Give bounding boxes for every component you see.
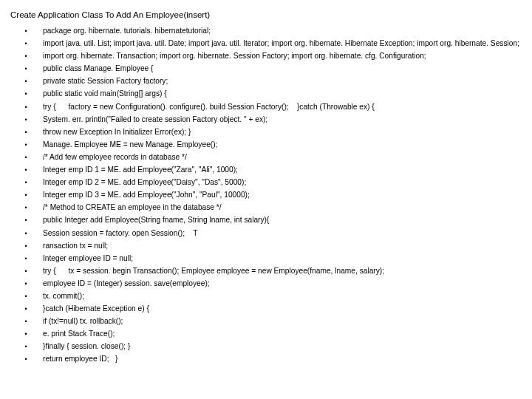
code-line: public Integer add Employee(String fname… xyxy=(43,214,523,226)
code-line: private static Session Factory factory; xyxy=(43,75,523,87)
list-item: • e. print Stack Trace(); xyxy=(9,328,523,341)
code-line: employee ID = (Integer) session. save(em… xyxy=(43,278,523,290)
code-line: /* Add few employee records in database … xyxy=(43,151,523,163)
code-line: if (tx!=null) tx. rollback(); xyxy=(43,316,523,327)
code-line: /* Method to CREATE an employee in the d… xyxy=(43,202,523,214)
code-line: public static void main(String[] args) { xyxy=(43,88,523,100)
bullet-icon: • xyxy=(9,88,43,100)
list-item: •Integer emp ID 1 = ME. add Employee("Za… xyxy=(9,164,523,177)
list-item: •/* Method to CREATE an employee in the … xyxy=(9,202,523,214)
bullet-icon: • xyxy=(9,63,43,75)
code-line: import org. hibernate. Transaction; impo… xyxy=(43,50,523,62)
code-line: package org. hibernate. tutorials. hiber… xyxy=(43,25,523,37)
bullet-icon: • xyxy=(9,38,43,50)
list-item: •public Integer add Employee(String fnam… xyxy=(9,214,523,227)
list-item: •System. err. println("Failed to create … xyxy=(9,114,523,126)
list-item: •throw new Exception In Initializer Erro… xyxy=(9,126,523,139)
code-line: Session session = factory. open Session(… xyxy=(43,228,523,239)
list-item: •public static void main(String[] args) … xyxy=(9,88,523,100)
bullet-icon: • xyxy=(9,316,43,328)
code-line: Manage. Employee ME = new Manage. Employ… xyxy=(43,139,523,151)
list-item: •tx. commit(); xyxy=(9,290,523,303)
list-item: •try { factory = new Configuration(). co… xyxy=(9,101,523,114)
list-item: •import java. util. List; import java. u… xyxy=(9,38,523,50)
bullet-icon: • xyxy=(9,303,43,316)
list-item: •public class Manage. Employee { xyxy=(9,63,523,75)
list-item: •Integer employee ID = null; xyxy=(9,253,523,265)
code-line: }catch (Hibernate Exception e) { xyxy=(43,303,523,315)
list-item: •try { tx = session. begin Transaction()… xyxy=(9,265,523,278)
bullet-icon: • xyxy=(9,228,43,240)
code-line: Integer emp ID 2 = ME. add Employee("Dai… xyxy=(43,177,523,188)
code-line: Integer emp ID 3 = ME. add Employee("Joh… xyxy=(43,189,523,201)
code-line: try { factory = new Configuration(). con… xyxy=(43,101,523,113)
code-line: System. err. println("Failed to create s… xyxy=(43,114,523,126)
code-line: public class Manage. Employee { xyxy=(43,63,523,75)
bullet-icon: • xyxy=(9,25,43,38)
code-line: Integer employee ID = null; xyxy=(43,253,523,265)
bullet-icon: • xyxy=(9,151,43,164)
bullet-icon: • xyxy=(9,278,43,290)
bullet-icon: • xyxy=(9,202,43,214)
bullet-icon: • xyxy=(9,139,43,151)
bullet-icon: • xyxy=(9,353,43,366)
page-title: Create Application Class To Add An Emplo… xyxy=(10,10,523,19)
list-item: •/* Add few employee records in database… xyxy=(9,151,523,164)
bullet-icon: • xyxy=(9,50,43,63)
code-line: import java. util. List; import java. ut… xyxy=(43,38,523,50)
list-item: •if (tx!=null) tx. rollback(); xyxy=(9,316,523,328)
bullet-icon: • xyxy=(9,177,43,189)
code-line: e. print Stack Trace(); xyxy=(43,328,523,340)
list-item: •}catch (Hibernate Exception e) { xyxy=(9,303,523,316)
code-line: throw new Exception In Initializer Error… xyxy=(43,126,523,138)
bullet-icon: • xyxy=(9,214,43,227)
bullet-icon: • xyxy=(9,75,43,88)
list-item: •Session session = factory. open Session… xyxy=(9,228,523,240)
code-line: try { tx = session. begin Transaction();… xyxy=(43,265,523,277)
list-item: •employee ID = (Integer) session. save(e… xyxy=(9,278,523,290)
bullet-icon: • xyxy=(9,240,43,253)
code-line: Integer emp ID 1 = ME. add Employee("Zar… xyxy=(43,164,523,176)
bullet-icon: • xyxy=(9,114,43,126)
list-item: •private static Session Factory factory; xyxy=(9,75,523,88)
bullet-icon: • xyxy=(9,101,43,114)
list-item: •return employee ID; } xyxy=(9,353,523,366)
bullet-icon: • xyxy=(9,189,43,202)
list-item: •}finally { session. close(); } xyxy=(9,341,523,353)
code-line: ransaction tx = null; xyxy=(43,240,523,252)
bullet-icon: • xyxy=(9,290,43,303)
list-item: •Manage. Employee ME = new Manage. Emplo… xyxy=(9,139,523,151)
bullet-icon: • xyxy=(9,126,43,139)
bullet-icon: • xyxy=(9,341,43,353)
code-line: return employee ID; } xyxy=(43,353,523,365)
list-item: •Integer emp ID 2 = ME. add Employee("Da… xyxy=(9,177,523,189)
bullet-list: •package org. hibernate. tutorials. hibe… xyxy=(9,25,523,366)
bullet-icon: • xyxy=(9,164,43,177)
list-item: •ransaction tx = null; xyxy=(9,240,523,253)
list-item: •package org. hibernate. tutorials. hibe… xyxy=(9,25,523,38)
list-item: •import org. hibernate. Transaction; imp… xyxy=(9,50,523,63)
bullet-icon: • xyxy=(9,253,43,265)
list-item: •Integer emp ID 3 = ME. add Employee("Jo… xyxy=(9,189,523,202)
code-line: }finally { session. close(); } xyxy=(43,341,523,352)
code-line: tx. commit(); xyxy=(43,290,523,302)
bullet-icon: • xyxy=(9,328,43,341)
bullet-icon: • xyxy=(9,265,43,278)
